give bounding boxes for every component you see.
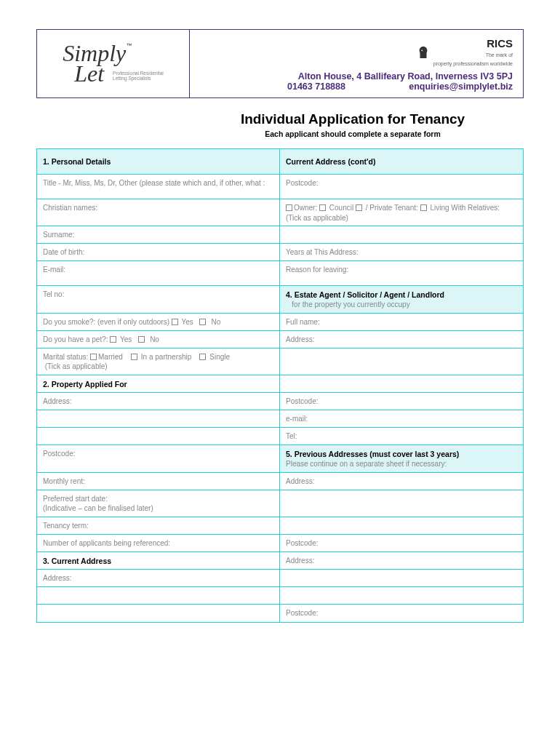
contact-info: Alton House, 4 Ballifeary Road, Invernes… [200, 67, 513, 92]
blank-cell-1 [280, 226, 523, 244]
tenure-field[interactable]: Owner: Council / Private Tenant: Living … [280, 199, 523, 226]
pet-field[interactable]: Do you have a pet?: Yes No [37, 331, 280, 348]
prev-address-2-field[interactable]: Address: [280, 552, 523, 570]
section-4-subtitle: for the property you currently occupy [292, 300, 409, 308]
checkbox-owner[interactable] [286, 204, 292, 211]
checkbox-smoke-yes[interactable] [172, 319, 178, 325]
rics-block: RICS The mark ofproperty professionalism… [200, 37, 513, 67]
checkbox-pet-no[interactable] [138, 336, 145, 343]
agent-postcode-field[interactable]: Postcode: [280, 393, 523, 410]
blank-cell-3 [280, 375, 523, 393]
agent-address-field[interactable]: Address: [280, 331, 523, 348]
section-4-title: 4. Estate Agent / Solicitor / Agent / La… [286, 290, 517, 300]
full-name-field[interactable]: Full name: [280, 314, 523, 331]
blank-cell-7 [280, 517, 523, 535]
page-subtitle: Each applicant should complete a separat… [182, 130, 524, 138]
title-block: Individual Application for Tenancy Each … [36, 111, 524, 138]
christian-names-field[interactable]: Christian names: [37, 199, 280, 226]
address-line: Alton House, 4 Ballifeary Road, Invernes… [200, 71, 513, 81]
num-applicants-field[interactable]: Number of applicants being referenced: [37, 535, 280, 552]
rics-subtitle: The mark ofproperty professionalism worl… [433, 52, 513, 66]
blank-cell-5 [37, 428, 280, 445]
current-address-contd-header: Current Address (cont'd) [280, 149, 523, 175]
blank-cell-2 [280, 348, 523, 375]
smoke-field[interactable]: Do you smoke?: (even if only outdoors) Y… [37, 314, 280, 331]
contact-email: enquiries@simplylet.biz [409, 81, 513, 92]
blank-cell-8 [280, 570, 523, 587]
checkbox-single[interactable] [199, 354, 206, 360]
checkbox-partnership[interactable] [131, 354, 137, 360]
tel-no-field[interactable]: Tel no: [37, 286, 280, 314]
blank-cell-9 [37, 587, 280, 605]
header-panel: Simply™ Let Professional ResidentialLett… [36, 29, 524, 98]
checkbox-married[interactable] [90, 354, 97, 360]
agent-tel-field[interactable]: Tel: [280, 428, 523, 445]
email-field[interactable]: E-mail: [37, 261, 280, 286]
page-title: Individual Application for Tenancy [182, 111, 524, 127]
section-5-subtitle: Please continue on a separate sheet if n… [286, 460, 447, 468]
property-postcode-field[interactable]: Postcode: [37, 445, 280, 473]
application-form: 1. Personal Details Current Address (con… [36, 148, 524, 623]
section-3-header: 3. Current Address [37, 552, 280, 570]
rics-lion-icon [417, 45, 430, 60]
simply-let-logo: Simply™ Let Professional ResidentialLett… [63, 44, 164, 83]
checkbox-pet-yes[interactable] [110, 336, 116, 343]
title-field[interactable]: Title - Mr, Miss, Ms, Dr, Other (please … [37, 175, 280, 199]
tenancy-term-field[interactable]: Tenancy term: [37, 517, 280, 535]
section-5-header: 5. Previous Addresses (must cover last 3… [280, 445, 523, 473]
blank-cell-11 [37, 605, 280, 622]
section-4-header: 4. Estate Agent / Solicitor / Agent / La… [280, 286, 523, 314]
logo-tagline: Professional ResidentialLetting Speciali… [113, 71, 164, 81]
property-address-field[interactable]: Address: [37, 393, 280, 410]
postcode-field-1[interactable]: Postcode: [280, 175, 523, 199]
surname-field[interactable]: Surname: [37, 226, 280, 244]
agent-email-field[interactable]: e-mail: [280, 410, 523, 428]
section-1-header: 1. Personal Details [37, 149, 280, 175]
logo-tm: ™ [126, 42, 132, 49]
logo-cell: Simply™ Let Professional ResidentialLett… [37, 30, 190, 97]
years-at-address-field[interactable]: Years at This Address: [280, 244, 523, 261]
contact-cell: RICS The mark ofproperty professionalism… [190, 30, 523, 97]
checkbox-private[interactable] [356, 204, 362, 211]
checkbox-living-with[interactable] [420, 204, 427, 211]
checkbox-smoke-no[interactable] [199, 319, 206, 325]
prev-postcode-2-field[interactable]: Postcode: [280, 605, 523, 622]
current-address-field[interactable]: Address: [37, 570, 280, 587]
logo-line2: Let [74, 60, 104, 87]
prev-address-1-field[interactable]: Address: [280, 473, 523, 490]
monthly-rent-field[interactable]: Monthly rent: [37, 473, 280, 490]
blank-cell-4 [37, 410, 280, 428]
section-2-header: 2. Property Applied For [37, 375, 280, 393]
rics-name: RICS [487, 37, 513, 49]
prev-postcode-1-field[interactable]: Postcode: [280, 535, 523, 552]
marital-status-field[interactable]: Marital status: Married In a partnership… [37, 348, 280, 375]
preferred-start-field[interactable]: Preferred start date: (Indicative – can … [37, 490, 280, 517]
blank-cell-10 [280, 587, 523, 605]
checkbox-council[interactable] [319, 204, 326, 211]
reason-leaving-field[interactable]: Reason for leaving: [280, 261, 523, 286]
phone-number: 01463 718888 [287, 81, 345, 92]
blank-cell-6 [280, 490, 523, 517]
dob-field[interactable]: Date of birth: [37, 244, 280, 261]
section-5-title: 5. Previous Addresses (must cover last 3… [286, 449, 517, 459]
